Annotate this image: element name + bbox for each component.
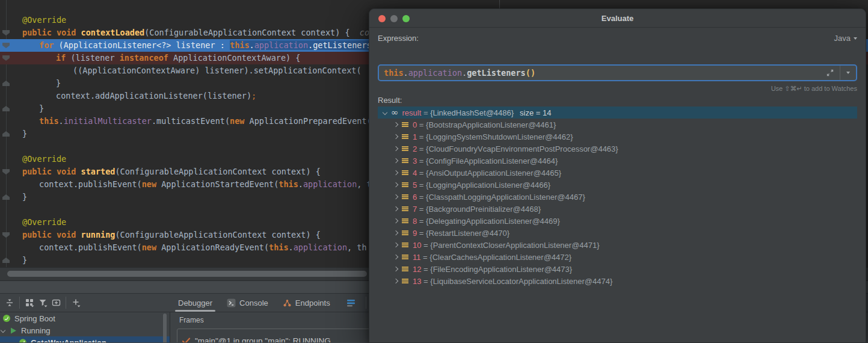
item-value: {ClearCachesApplicationListener@4472} [429, 253, 571, 262]
tab-debugger[interactable]: Debugger [178, 298, 212, 307]
element-icon [402, 266, 408, 273]
expand-chevron-icon[interactable] [393, 255, 398, 259]
language-label: Java [834, 34, 851, 43]
element-icon [402, 146, 408, 152]
expand-chevron-icon[interactable] [393, 170, 398, 175]
thread-label: "main"@1 in group "main": RUNNING [195, 336, 331, 343]
result-item[interactable]: 4 = {AnsiOutputApplicationListener@4465} [378, 167, 857, 179]
result-row[interactable]: ∞ result = {LinkedHashSet@4486} size = 1… [378, 107, 857, 119]
item-index: 4 [413, 168, 417, 178]
group-by-icon[interactable] [23, 296, 36, 309]
item-value: {ParentContextCloserApplicationListener@… [430, 241, 599, 250]
expand-chevron-icon[interactable] [393, 206, 398, 211]
filter-icon[interactable] [36, 296, 49, 309]
item-value: {FileEncodingApplicationListener@4473} [430, 265, 572, 274]
item-value: {DelegatingApplicationListener@4469} [426, 217, 560, 226]
result-item[interactable]: 1 = {LoggingSystemShutdownListener@4462} [378, 131, 857, 143]
editor-horizontal-scrollbar[interactable] [7, 271, 367, 277]
item-value: {BootstrapApplicationListener@4461} [426, 120, 556, 129]
expand-chevron-icon[interactable] [393, 134, 398, 139]
expression-input[interactable]: this.application.getListeners() [378, 64, 857, 81]
tab-console-label: Console [239, 298, 268, 307]
result-item[interactable]: 8 = {DelegatingApplicationListener@4469} [378, 215, 857, 227]
expand-chevron-icon[interactable] [393, 218, 398, 223]
item-value: {BackgroundPreinitializer@4468} [426, 205, 541, 214]
element-icon [402, 170, 408, 176]
expand-chevron-icon[interactable] [393, 146, 398, 151]
item-index: 0 [413, 120, 417, 129]
item-index: 2 [413, 144, 417, 153]
add-icon[interactable] [69, 296, 82, 309]
item-index: 5 [413, 181, 417, 190]
expand-chevron-icon[interactable] [393, 267, 398, 271]
result-item[interactable]: 5 = {LoggingApplicationListener@4466} [378, 179, 857, 191]
expand-chevron-icon[interactable] [393, 230, 398, 235]
item-index: 11 [413, 253, 421, 262]
dialog-titlebar[interactable]: Evaluate [369, 9, 866, 28]
endpoints-icon [283, 298, 292, 307]
layout-options-icon[interactable] [345, 296, 358, 309]
result-size: size = 14 [520, 108, 551, 117]
tree-node-application[interactable]: GateWayApplication [0, 336, 170, 342]
tab-console[interactable]: Console [227, 298, 268, 307]
services-tree-scrollbar[interactable] [163, 314, 167, 342]
expand-chevron-icon[interactable] [393, 194, 398, 199]
element-icon [402, 158, 408, 164]
result-item[interactable]: 11 = {ClearCachesApplicationListener@447… [378, 251, 857, 263]
item-index: 7 [413, 205, 417, 214]
result-item[interactable]: 12 = {FileEncodingApplicationListener@44… [378, 263, 857, 275]
evaluate-dialog: Evaluate Expression: Java this.applicati… [369, 8, 866, 343]
close-button[interactable] [378, 15, 386, 22]
tree-node-label: Running [21, 326, 50, 335]
expand-editor-icon[interactable] [826, 69, 834, 77]
tree-node-label: Spring Boot [14, 314, 55, 323]
window-controls [378, 15, 410, 22]
item-value: {LiquibaseServiceLocatorApplicationListe… [430, 277, 612, 286]
selected-tab-underline [175, 310, 215, 312]
element-icon [402, 206, 408, 212]
thread-status-check-icon [182, 337, 191, 343]
item-value: {AnsiOutputApplicationListener@4465} [426, 168, 561, 178]
zoom-button[interactable] [402, 15, 410, 22]
tree-node-spring-boot[interactable]: Spring Boot [0, 312, 170, 324]
debug-tabs: Debugger Console Endpoints [178, 294, 396, 312]
result-item[interactable]: 6 = {ClasspathLoggingApplicationListener… [378, 191, 857, 203]
expression-label: Expression: [378, 34, 419, 43]
minimize-button[interactable] [390, 15, 398, 22]
tree-node-label: GateWayApplication [31, 338, 106, 343]
element-icon [402, 134, 408, 140]
chevron-down-icon [846, 72, 850, 74]
result-item[interactable]: 10 = {ParentContextCloserApplicationList… [378, 239, 857, 251]
result-tree: ∞ result = {LinkedHashSet@4486} size = 1… [378, 107, 857, 287]
item-index: 9 [413, 229, 417, 238]
element-icon [402, 254, 408, 261]
add-service-frame-icon[interactable] [49, 296, 63, 309]
expand-chevron-icon[interactable] [393, 243, 398, 247]
ide-window: @Overridepublic void contextLoaded(Confi… [0, 0, 868, 343]
expression-history-dropdown[interactable] [840, 72, 856, 74]
result-item[interactable]: 2 = {CloudFoundryVcapEnvironmentPostProc… [378, 143, 857, 155]
expand-chevron-icon[interactable] [393, 279, 398, 283]
collapse-chevron-icon[interactable] [383, 110, 387, 115]
item-value: {LoggingApplicationListener@4466} [426, 181, 550, 190]
expand-chevron-icon[interactable] [393, 158, 398, 163]
item-index: 13 [413, 277, 421, 286]
result-item[interactable]: 3 = {ConfigFileApplicationListener@4464} [378, 155, 857, 167]
element-icon [402, 278, 408, 285]
result-item[interactable]: 7 = {BackgroundPreinitializer@4468} [378, 203, 857, 215]
result-item[interactable]: 0 = {BootstrapApplicationListener@4461} [378, 119, 857, 131]
chevron-down-icon[interactable] [1, 328, 5, 333]
element-icon [402, 230, 408, 236]
tree-node-running[interactable]: Running [0, 324, 170, 336]
services-tree[interactable]: Spring Boot Running GateWayApplication [0, 312, 170, 342]
expand-chevron-icon[interactable] [393, 122, 398, 127]
result-item[interactable]: 13 = {LiquibaseServiceLocatorApplication… [378, 275, 857, 287]
result-name: result [402, 108, 422, 117]
collapse-all-icon[interactable] [3, 296, 16, 309]
item-index: 10 [413, 241, 421, 250]
dialog-title: Evaluate [369, 9, 866, 28]
result-item[interactable]: 9 = {RestartListener@4470} [378, 227, 857, 239]
language-selector[interactable]: Java [834, 34, 857, 43]
tab-endpoints[interactable]: Endpoints [283, 298, 330, 307]
expand-chevron-icon[interactable] [393, 182, 398, 187]
